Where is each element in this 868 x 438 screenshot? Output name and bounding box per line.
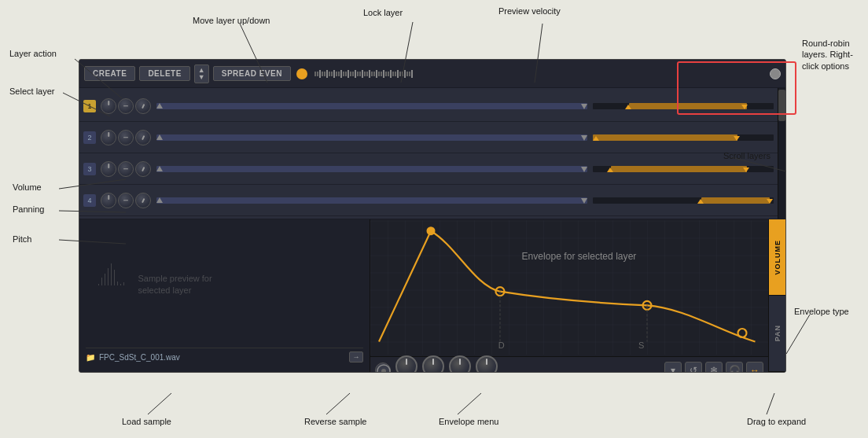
layer-number-1[interactable]: 1: [83, 100, 96, 112]
layer-4-vel-range[interactable]: [593, 197, 774, 204]
layer-1-vel-area: [593, 103, 774, 109]
spread-even-button[interactable]: SPREAD EVEN: [213, 66, 291, 81]
ann-reverse-sample: Reverse sample: [304, 417, 366, 426]
svg-text:Sample preview for: Sample preview for: [138, 274, 212, 283]
ann-volume: Volume: [13, 182, 42, 192]
layer-3-knobs: [101, 161, 151, 177]
volume-side-button[interactable]: VOLUME: [769, 219, 785, 296]
layer-1-key-range[interactable]: [156, 103, 587, 109]
page-layout: CREATE DELETE ▲ ▼ SPREAD EVEN: [0, 0, 868, 438]
layer-2-volume-knob[interactable]: [101, 130, 116, 145]
layer-4-panning-knob[interactable]: [118, 193, 134, 208]
dec-knob[interactable]: [422, 355, 444, 374]
ann-pitch: Pitch: [13, 234, 31, 244]
layer-2-vel-range[interactable]: [593, 134, 774, 141]
drag-expand-button[interactable]: ↔: [746, 362, 763, 374]
sus-knob[interactable]: [449, 355, 471, 374]
toolbar: CREATE DELETE ▲ ▼ SPREAD EVEN: [79, 60, 785, 88]
layer-row[interactable]: 2: [79, 122, 778, 153]
envelope-menu-button[interactable]: ▾: [664, 362, 682, 374]
env-attack-point[interactable]: [427, 226, 436, 235]
dec-knob-group: DEC: [422, 355, 444, 374]
layer-4-volume-knob[interactable]: [101, 193, 116, 208]
att-knob[interactable]: [395, 355, 417, 374]
env-toggle-button[interactable]: [375, 363, 391, 374]
sus-knob-group: SUS: [449, 355, 471, 374]
layer-1-knobs: [101, 98, 151, 114]
pan-side-button[interactable]: PAN: [769, 296, 785, 372]
envelope-display[interactable]: D S Envelope for selected layer: [370, 219, 768, 356]
layer-2-range-area: [156, 134, 587, 141]
volume-label: VOLUME: [774, 240, 782, 275]
layer-3-pitch-knob[interactable]: [135, 161, 151, 177]
layer-4-knobs: [101, 193, 151, 208]
ann-select-layer: Select layer: [9, 86, 54, 96]
envelope-target-button[interactable]: 🎧: [726, 362, 743, 374]
move-layer-updown-button[interactable]: ▲ ▼: [194, 64, 209, 83]
layers-list: 1: [79, 88, 778, 219]
ann-preview-velocity: Preview velocity: [498, 6, 561, 16]
preview-velocity-bar[interactable]: [311, 70, 763, 78]
layer-number-2[interactable]: 2: [83, 131, 96, 144]
layer-4-key-range[interactable]: [156, 197, 587, 204]
svg-rect-11: [370, 221, 768, 355]
ann-move-layer: Move layer up/down: [193, 16, 270, 25]
layer-3-vel-area: [593, 166, 774, 172]
ann-layer-action: Layer action: [9, 49, 57, 58]
delete-button[interactable]: DELETE: [139, 66, 189, 81]
layer-3-volume-knob[interactable]: [101, 161, 116, 177]
svg-line-26: [148, 393, 171, 414]
layer-3-panning-knob[interactable]: [118, 161, 134, 177]
layers-section: 1: [79, 88, 785, 219]
folder-icon: 📁: [86, 353, 95, 362]
layer-row[interactable]: 1: [79, 90, 778, 122]
pan-label: PAN: [774, 325, 782, 341]
lock-layer-indicator[interactable]: [296, 68, 307, 79]
decay-marker: D: [498, 340, 505, 350]
layer-4-range-area: [156, 197, 587, 204]
layer-3-key-range[interactable]: [156, 166, 587, 172]
envelope-canvas: D S Envelope for selected layer: [370, 219, 768, 356]
reverse-sample-button[interactable]: →: [349, 352, 363, 363]
layer-3-vel-range[interactable]: [593, 166, 774, 172]
envelope-reset-button[interactable]: ↺: [685, 362, 702, 374]
layer-2-pitch-knob[interactable]: [135, 130, 151, 145]
rel-knob-group: REL: [476, 355, 498, 374]
sample-preview-panel: Sample preview for selected layer 📁 FPC_…: [79, 219, 370, 372]
waveform-area: Sample preview for selected layer: [86, 226, 363, 344]
svg-line-28: [458, 393, 481, 414]
layer-row[interactable]: 3: [79, 153, 778, 185]
plugin-body: CREATE DELETE ▲ ▼ SPREAD EVEN: [79, 59, 786, 373]
ann-panning: Panning: [13, 204, 44, 214]
layer-2-panning-knob[interactable]: [118, 130, 134, 145]
layer-2-vel-area: [593, 134, 774, 141]
layer-1-panning-knob[interactable]: [118, 98, 134, 114]
envelope-freeze-button[interactable]: ❄: [705, 362, 723, 374]
sample-filename: FPC_SdSt_C_001.wav: [99, 353, 180, 362]
scrollbar-thumb[interactable]: [778, 90, 785, 121]
layer-row[interactable]: 4: [79, 185, 778, 216]
layers-scrollbar[interactable]: [778, 88, 785, 219]
ann-load-sample: Load sample: [122, 417, 171, 426]
layer-2-key-range[interactable]: [156, 134, 587, 141]
rel-knob[interactable]: [476, 355, 498, 374]
svg-line-29: [767, 393, 774, 414]
create-button[interactable]: CREATE: [84, 66, 135, 81]
round-robin-button[interactable]: [770, 68, 781, 79]
layer-number-3[interactable]: 3: [83, 163, 96, 175]
layer-number-4[interactable]: 4: [83, 194, 96, 207]
layer-1-range-area: [156, 103, 587, 109]
layer-4-pitch-knob[interactable]: [135, 193, 151, 208]
layer-3-range-area: [156, 166, 587, 172]
svg-line-25: [786, 315, 810, 354]
layer-1-pitch-knob[interactable]: [135, 98, 151, 114]
layer-1-volume-knob[interactable]: [101, 98, 116, 114]
envelope-area: D S Envelope for selected layer: [370, 219, 768, 372]
ann-drag-to-expand: Drag to expand: [747, 417, 806, 426]
layer-1-vel-range[interactable]: [593, 103, 774, 109]
ann-round-robin: Round-robin layers. Right-click options: [802, 38, 865, 72]
ann-lock-layer: Lock layer: [363, 8, 403, 17]
svg-text:selected layer: selected layer: [138, 285, 192, 295]
envelope-label: Envelope for selected layer: [522, 251, 637, 262]
bottom-area: Sample preview for selected layer 📁 FPC_…: [79, 219, 785, 372]
